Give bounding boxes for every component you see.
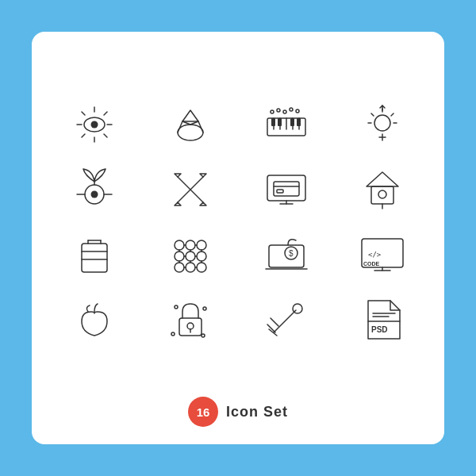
svg-marker-11: [182, 110, 198, 121]
svg-line-8: [104, 112, 107, 115]
svg-marker-47: [200, 174, 206, 177]
svg-line-104: [274, 310, 296, 332]
svg-rect-22: [271, 118, 275, 126]
icon-set-card: $ </> CODE: [32, 32, 444, 444]
birdhouse-icon: [339, 164, 425, 215]
svg-rect-23: [278, 118, 282, 126]
svg-rect-25: [297, 118, 301, 126]
svg-point-100: [175, 305, 178, 309]
svg-rect-56: [277, 190, 283, 193]
ring-icon: [147, 99, 233, 150]
svg-point-71: [186, 251, 195, 261]
svg-line-108: [271, 318, 278, 326]
monitor-payment-icon: [243, 164, 329, 215]
idea-icon: [339, 99, 425, 150]
svg-point-41: [90, 191, 98, 198]
svg-line-9: [82, 134, 85, 137]
svg-marker-50: [175, 174, 181, 177]
svg-point-30: [296, 109, 299, 113]
apple-icon: [51, 294, 137, 345]
svg-line-6: [82, 112, 85, 115]
battery-icon: [51, 229, 137, 280]
svg-point-59: [378, 190, 386, 198]
eye-icon: [51, 99, 137, 150]
svg-rect-58: [371, 186, 393, 204]
footer-label: Icon Set: [226, 404, 288, 420]
lock-sparkle-icon: [147, 294, 233, 345]
svg-point-70: [175, 251, 184, 261]
svg-point-28: [283, 110, 286, 113]
svg-line-7: [104, 134, 107, 137]
svg-rect-54: [274, 182, 299, 196]
svg-point-29: [290, 108, 293, 111]
psd-file-icon: PSD: [339, 294, 425, 345]
plant-eye-icon: [51, 164, 137, 215]
svg-rect-24: [290, 118, 294, 126]
svg-text:PSD: PSD: [371, 325, 388, 334]
count-badge: 16: [188, 397, 218, 427]
svg-point-101: [203, 307, 206, 310]
svg-text:$: $: [289, 249, 294, 258]
code-monitor-icon: </> CODE: [339, 229, 425, 280]
meteor-icon: [243, 294, 329, 345]
svg-point-26: [271, 110, 274, 113]
footer: 16 Icon Set: [188, 397, 288, 427]
svg-point-75: [197, 263, 206, 272]
svg-point-72: [197, 251, 206, 261]
svg-point-103: [171, 332, 175, 336]
svg-point-68: [186, 240, 195, 250]
svg-point-73: [175, 263, 184, 272]
svg-point-98: [187, 323, 194, 329]
keyboard-icon: [243, 99, 329, 150]
svg-line-37: [371, 113, 374, 116]
svg-line-35: [391, 113, 393, 116]
svg-point-1: [90, 121, 98, 129]
svg-point-10: [178, 125, 203, 140]
icon-grid: $ </> CODE: [51, 54, 425, 390]
svg-marker-49: [200, 202, 206, 205]
circles-icon: [147, 229, 233, 280]
svg-point-67: [175, 240, 184, 250]
laptop-coin-icon: $: [243, 229, 329, 280]
svg-point-105: [293, 304, 302, 313]
svg-point-27: [277, 109, 280, 112]
svg-rect-51: [267, 175, 305, 201]
svg-point-74: [186, 263, 195, 272]
svg-marker-57: [367, 172, 398, 186]
svg-point-69: [197, 240, 206, 250]
svg-point-102: [202, 334, 205, 337]
svg-point-31: [374, 115, 390, 131]
svg-text:</>: </>: [368, 251, 382, 259]
pencil-ruler-icon: [147, 164, 233, 215]
svg-text:CODE: CODE: [363, 261, 380, 267]
svg-rect-61: [82, 244, 107, 272]
svg-marker-46: [175, 202, 181, 205]
